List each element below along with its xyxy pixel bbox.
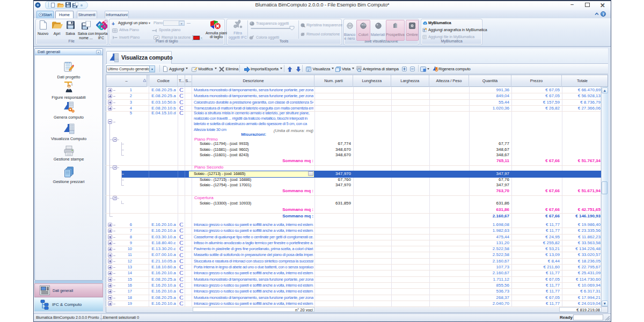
svg-text:R: R	[105, 20, 106, 23]
